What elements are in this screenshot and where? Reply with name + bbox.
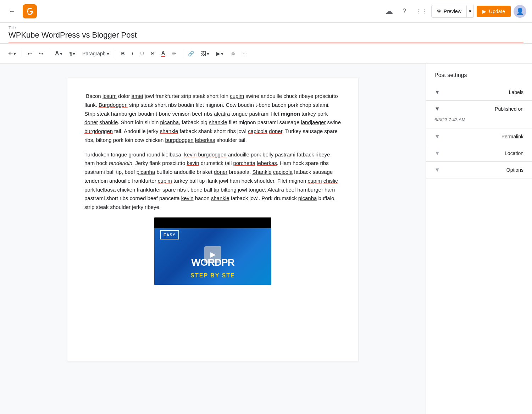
text-size-icon: ¶ (70, 51, 72, 56)
highlight-icon: ✏ (172, 51, 176, 56)
sidebar-title: Post settings (426, 69, 532, 84)
nav-left: ← (6, 4, 37, 18)
text-size-button[interactable]: ¶ ▾ (67, 49, 78, 59)
published-section-header[interactable]: ▼ Published on (426, 101, 532, 117)
toolbar-separator-3 (115, 50, 115, 57)
media-icon: ▶ (216, 51, 220, 56)
apps-button[interactable]: ⋮⋮ (414, 4, 428, 18)
chevron-down-icon: ▼ (434, 167, 440, 173)
underline-button[interactable]: U (138, 49, 147, 59)
avatar[interactable]: 👤 (514, 5, 526, 18)
toolbar-separator-2 (49, 50, 49, 57)
undo-button[interactable]: ↩ (25, 49, 35, 59)
main-layout: Bacon ipsum dolor amet jowl frankfurter … (0, 64, 532, 414)
sidebar-section-labels: ▼ Labels (426, 84, 532, 101)
font-color-button[interactable]: A (159, 48, 168, 59)
emoji-button[interactable]: ☺ (228, 49, 238, 59)
toolbar-separator-4 (182, 50, 182, 57)
location-label: Location (505, 150, 523, 156)
chevron-down-icon: ▾ (469, 9, 471, 14)
editor-card: Bacon ipsum dolor amet jowl frankfurter … (67, 78, 358, 361)
permalink-label: Permalink (501, 134, 523, 139)
link-icon: 🔗 (188, 51, 194, 56)
toolbar: ✏ ▾ ↩ ↪ A ▾ ¶ ▾ Paragraph ▾ B I U S A ✏ … (0, 44, 532, 64)
published-label: Published on (495, 106, 523, 112)
paragraph-1: Bacon ipsum dolor amet jowl frankfurter … (84, 92, 341, 145)
paragraph-select[interactable]: Paragraph ▾ (79, 49, 112, 59)
redo-button[interactable]: ↪ (36, 49, 46, 59)
chevron-down-icon: ▼ (434, 89, 440, 95)
emoji-icon: ☺ (231, 51, 235, 56)
sidebar: Post settings ▼ Labels ▼ Published on 6/… (426, 64, 532, 414)
title-input[interactable] (9, 31, 523, 43)
top-nav: ← ☁ ? ⋮⋮ 👁 Preview ▾ ▶ Update 👤 (0, 0, 532, 23)
paragraph-2: Turducken tongue ground round kielbasa, … (84, 150, 341, 212)
preview-group: 👁 Preview ▾ (431, 5, 474, 18)
italic-icon: I (132, 51, 133, 56)
help-button[interactable]: ? (397, 4, 411, 18)
help-icon: ? (403, 7, 406, 15)
media-button[interactable]: ▶ ▾ (214, 49, 226, 59)
chevron-down-icon: ▼ (434, 133, 440, 140)
sidebar-section-options: ▼ Options (426, 162, 532, 178)
options-label: Options (506, 167, 523, 173)
back-button[interactable]: ← (6, 5, 18, 18)
more-icon: ··· (243, 51, 247, 56)
update-button[interactable]: ▶ Update (477, 6, 511, 17)
wordpress-text: WORDPR (191, 254, 234, 271)
content-area[interactable]: Bacon ipsum dolor amet jowl frankfurter … (0, 64, 426, 414)
image-button[interactable]: 🖼 ▾ (198, 49, 212, 59)
sidebar-section-location: ▼ Location (426, 145, 532, 162)
chevron-down-icon: ▾ (107, 51, 109, 56)
sidebar-section-permalink: ▼ Permalink (426, 128, 532, 145)
eye-icon: 👁 (437, 9, 442, 14)
permalink-section-header[interactable]: ▼ Permalink (426, 128, 532, 145)
italic-button[interactable]: I (129, 49, 136, 59)
pencil-button[interactable]: ✏ ▾ (6, 49, 19, 59)
sidebar-section-published: ▼ Published on 6/3/23 7:43 AM (426, 101, 532, 128)
step-text: STEP BY STE (190, 271, 235, 280)
undo-icon: ↩ (28, 51, 32, 56)
blogger-logo (23, 4, 37, 18)
title-area: Title (0, 23, 532, 44)
paragraph-label: Paragraph (82, 51, 105, 56)
editor-text: Bacon ipsum dolor amet jowl frankfurter … (84, 92, 341, 285)
options-section-header[interactable]: ▼ Options (426, 162, 532, 178)
preview-button[interactable]: 👁 Preview (431, 5, 467, 18)
title-label: Title (9, 26, 523, 30)
underline-icon: U (140, 51, 144, 56)
strikethrough-button[interactable]: S (148, 49, 157, 59)
chevron-down-icon: ▾ (60, 51, 62, 56)
redo-icon: ↪ (39, 51, 43, 56)
chevron-down-icon: ▾ (73, 51, 75, 56)
chevron-down-icon: ▾ (207, 51, 209, 56)
image-icon: 🖼 (201, 51, 206, 56)
text-style-button[interactable]: A ▾ (52, 48, 65, 59)
font-color-icon: A (161, 50, 165, 57)
pencil-icon: ✏ (9, 51, 13, 56)
nav-right: ☁ ? ⋮⋮ 👁 Preview ▾ ▶ Update 👤 (385, 4, 526, 18)
highlight-button[interactable]: ✏ (169, 49, 179, 59)
chevron-down-icon: ▾ (221, 51, 223, 56)
chevron-down-icon: ▼ (434, 150, 440, 156)
video-black-bar (154, 217, 271, 228)
chevron-down-icon: ▾ (13, 51, 16, 56)
update-icon: ▶ (482, 9, 486, 14)
strikethrough-icon: S (151, 51, 154, 56)
labels-label: Labels (509, 89, 523, 95)
link-button[interactable]: 🔗 (185, 49, 197, 59)
cloud-icon: ☁ (385, 7, 393, 16)
video-embed[interactable]: EASY ▶ WORDPR STEP BY STE (154, 217, 271, 285)
toolbar-separator-1 (22, 50, 22, 57)
preview-label: Preview (444, 9, 461, 14)
bold-button[interactable]: B (118, 49, 127, 59)
video-thumbnail: EASY ▶ WORDPR STEP BY STE (154, 217, 271, 285)
location-section-header[interactable]: ▼ Location (426, 145, 532, 161)
labels-section-header[interactable]: ▼ Labels (426, 84, 532, 100)
preview-dropdown-button[interactable]: ▾ (467, 5, 474, 18)
easy-badge: EASY (160, 230, 179, 239)
text-style-icon: A (55, 50, 59, 57)
chevron-down-icon: ▼ (434, 106, 440, 112)
bold-icon: B (121, 51, 124, 56)
more-button[interactable]: ··· (240, 49, 250, 59)
